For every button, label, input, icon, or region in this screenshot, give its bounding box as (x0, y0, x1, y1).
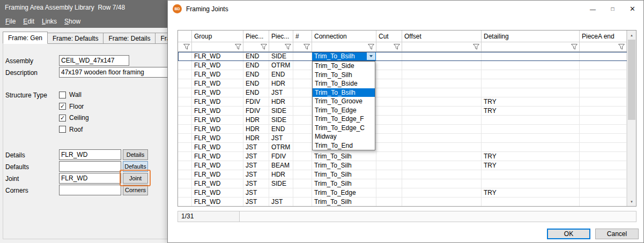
assembly-field[interactable] (59, 55, 129, 66)
cell-pieceb: HDR (243, 125, 269, 134)
cell-num (293, 188, 312, 198)
combobox-dropdown-button[interactable] (366, 52, 375, 60)
menu-item-links[interactable]: Links (38, 18, 61, 25)
connection-combobox[interactable]: Trim_To_Bsilh (312, 52, 376, 60)
cell-num (293, 97, 312, 107)
filter-cell-piecea[interactable] (269, 42, 293, 51)
close-button[interactable]: ✕ (623, 1, 642, 17)
menu-item-show[interactable]: Show (61, 18, 84, 25)
dropdown-item[interactable]: Trim_To_Silh (313, 71, 375, 80)
column-header-connection[interactable]: Connection (312, 31, 376, 42)
filter-funnel-icon[interactable] (304, 44, 310, 50)
dropdown-item[interactable]: Trim_To_Edge_F (313, 115, 375, 124)
tab-frame-details[interactable]: Frame: Details (103, 33, 156, 44)
checkbox-wall[interactable] (59, 92, 66, 98)
dropdown-item[interactable]: Trim_To_Side (313, 62, 375, 71)
checkbox-roof[interactable] (59, 126, 66, 133)
cell-detailing (482, 170, 580, 179)
table-row[interactable]: FLR_WDENDJST (178, 88, 636, 97)
column-header-offset[interactable]: Offset (402, 31, 482, 42)
table-row[interactable]: FLR_WDENDEND (178, 70, 636, 79)
field-corners[interactable] (59, 185, 121, 195)
table-row[interactable]: FLR_WDHDRJST (178, 134, 636, 143)
maximize-button[interactable]: □ (603, 1, 623, 17)
menu-item-edit[interactable]: Edit (19, 18, 38, 25)
table-row[interactable]: FLR_WDJSTHDRTrim_To_Silh (178, 170, 636, 179)
table-row[interactable]: FLR_WDENDHDR (178, 79, 636, 88)
minimize-button[interactable]: — (583, 1, 603, 17)
filter-funnel-icon[interactable] (394, 44, 400, 50)
column-header-group[interactable]: Group (192, 31, 243, 42)
table-row[interactable]: FLR_WDJSTOTRM (178, 143, 636, 152)
field-joint[interactable] (59, 173, 121, 184)
scrollbar-thumb[interactable] (628, 40, 635, 120)
filter-cell-selector[interactable] (178, 42, 192, 51)
column-header-piecea[interactable]: Piec... (269, 31, 293, 42)
cell-offset (402, 125, 482, 134)
vertical-scrollbar[interactable]: ▲ ▼ (627, 31, 636, 206)
menu-item-file[interactable]: File (2, 18, 19, 25)
filter-funnel-icon[interactable] (368, 44, 374, 50)
column-header-piecea-end[interactable]: PieceA end (580, 31, 627, 42)
dropdown-item[interactable]: Midway (313, 132, 375, 141)
table-row[interactable]: FLR_WDJSTJSTTrim_To_Silh (178, 198, 636, 207)
filter-funnel-icon[interactable] (285, 44, 291, 50)
filter-funnel-icon[interactable] (183, 44, 190, 50)
ok-button[interactable]: OK (547, 229, 590, 239)
dropdown-item[interactable]: Trim_To_End (313, 141, 375, 150)
dropdown-item[interactable]: Trim_To_Bsilh (313, 88, 375, 97)
filter-funnel-icon[interactable] (473, 44, 479, 50)
tab-frame-defaults[interactable]: Frame: Defaults (48, 33, 103, 44)
cell-offset (402, 161, 482, 170)
dropdown-item[interactable]: Trim_To_Edge (313, 106, 375, 115)
button-details[interactable]: Details (123, 149, 148, 160)
table-row[interactable]: FLR_WDENDSIDETrim_To_Bsilh (178, 52, 636, 61)
label-corners: Corners (5, 187, 28, 194)
column-header-num[interactable]: # (293, 31, 312, 42)
dropdown-item[interactable]: Trim_To_Groove (313, 97, 375, 106)
cancel-button[interactable]: Cancel (595, 229, 639, 239)
table-row[interactable]: FLR_WDFDIVHDRTRY (178, 97, 636, 107)
field-defaults[interactable] (59, 161, 121, 172)
column-header-selector[interactable] (178, 31, 192, 42)
filter-cell-pieceb[interactable] (243, 42, 269, 51)
filter-cell-num[interactable] (293, 42, 312, 51)
assembly-library-title: Framing Area Assembly Library Row 7/48 (5, 4, 125, 11)
filter-cell-group[interactable] (192, 42, 243, 51)
table-row[interactable]: FLR_WDFDIVSIDETRY (178, 107, 636, 116)
dropdown-item[interactable]: Trim_To_Edge_C (313, 124, 375, 133)
checkbox-floor[interactable]: ✓ (59, 103, 66, 110)
column-header-pieceb[interactable]: Piec... (243, 31, 269, 42)
field-details[interactable] (59, 149, 121, 160)
filter-cell-detailing[interactable] (482, 42, 580, 51)
filter-cell-piecea-end[interactable] (580, 42, 627, 51)
checkbox-ceiling[interactable]: ✓ (59, 115, 66, 122)
table-row[interactable]: FLR_WDJSTTrim_To_EdgeTRY (178, 188, 636, 198)
filter-cell-offset[interactable] (402, 42, 482, 51)
cell-piecea: HDR (269, 97, 293, 107)
filter-funnel-icon[interactable] (571, 44, 578, 50)
filter-funnel-icon[interactable] (235, 44, 241, 50)
table-row[interactable]: FLR_WDJSTSIDETrim_To_Silh (178, 179, 636, 188)
scroll-up-icon[interactable]: ▲ (627, 31, 636, 40)
connection-dropdown-list: Trim_To_SideTrim_To_SilhTrim_To_BsideTri… (312, 61, 375, 150)
table-row[interactable]: FLR_WDJSTBEAMTrim_To_SilhTRY (178, 161, 636, 170)
dropdown-item[interactable]: Trim_To_Bside (313, 79, 375, 88)
filter-funnel-icon[interactable] (261, 44, 267, 50)
table-row[interactable]: FLR_WDJSTFDIVTrim_To_SilhTRY (178, 152, 636, 161)
scroll-down-icon[interactable]: ▼ (627, 197, 636, 206)
table-row[interactable]: FLR_WDENDOTRM (178, 61, 636, 70)
filter-cell-connection[interactable] (312, 42, 376, 51)
cell-offset (402, 107, 482, 116)
column-header-cut[interactable]: Cut (376, 31, 402, 42)
description-field[interactable] (59, 67, 173, 78)
horizontal-scrollbar[interactable] (240, 211, 636, 222)
filter-funnel-icon[interactable] (618, 44, 625, 50)
table-row[interactable]: FLR_WDHDRSIDE (178, 116, 636, 125)
button-corners[interactable]: Corners (123, 185, 148, 195)
filter-cell-cut[interactable] (376, 42, 402, 51)
table-row[interactable]: FLR_WDHDREND (178, 125, 636, 134)
column-header-detailing[interactable]: Detailing (482, 31, 580, 42)
cell-selector (178, 61, 192, 70)
tab-frame-gen[interactable]: Frame: Gen (3, 32, 48, 44)
